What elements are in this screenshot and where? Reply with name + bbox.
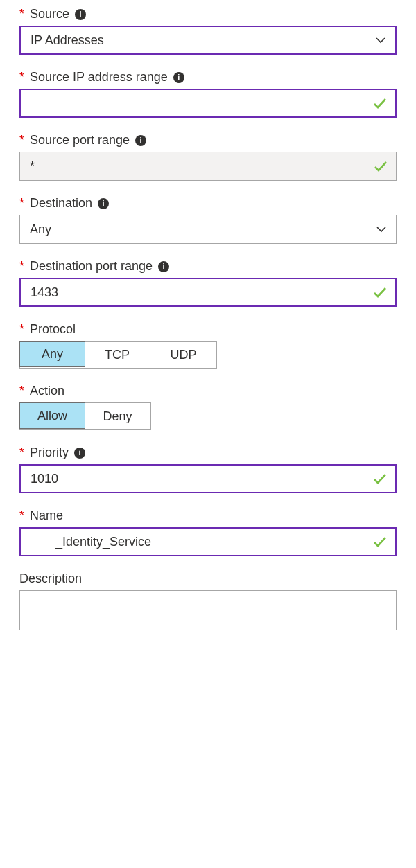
field-action: * Action Allow Deny bbox=[19, 384, 397, 430]
destination-value: Any bbox=[30, 222, 51, 237]
label-name: * Name bbox=[19, 508, 397, 523]
priority-value: 1010 bbox=[31, 472, 58, 486]
source-select[interactable]: IP Addresses bbox=[19, 26, 397, 55]
field-description: Description bbox=[19, 572, 397, 634]
field-destination-port: * Destination port range 1433 bbox=[19, 259, 397, 307]
action-allow-button[interactable]: Allow bbox=[19, 402, 85, 429]
required-star: * bbox=[19, 70, 24, 85]
source-port-value: * bbox=[30, 159, 35, 174]
source-port-input[interactable]: * bbox=[19, 152, 397, 181]
destination-select[interactable]: Any bbox=[19, 215, 397, 244]
info-icon[interactable] bbox=[74, 448, 85, 459]
label-description: Description bbox=[19, 572, 397, 586]
protocol-tcp-button[interactable]: TCP bbox=[85, 342, 150, 368]
action-toggle: Allow Deny bbox=[19, 402, 151, 430]
required-star: * bbox=[19, 384, 24, 398]
source-ip-input[interactable] bbox=[19, 89, 397, 118]
label-text: Destination port range bbox=[30, 259, 153, 274]
required-star: * bbox=[19, 322, 24, 337]
required-star: * bbox=[19, 445, 24, 460]
protocol-toggle: Any TCP UDP bbox=[19, 341, 217, 369]
label-text: Name bbox=[30, 508, 63, 523]
field-protocol: * Protocol Any TCP UDP bbox=[19, 322, 397, 369]
action-deny-button[interactable]: Deny bbox=[85, 403, 150, 429]
field-source-port: * Source port range * bbox=[19, 133, 397, 181]
check-icon bbox=[372, 158, 389, 175]
field-priority: * Priority 1010 bbox=[19, 445, 397, 493]
label-text: Protocol bbox=[30, 322, 76, 337]
protocol-udp-button[interactable]: UDP bbox=[150, 342, 216, 368]
field-source-ip: * Source IP address range bbox=[19, 70, 397, 118]
chevron-down-icon bbox=[375, 223, 388, 236]
info-icon[interactable] bbox=[75, 9, 86, 20]
protocol-any-button[interactable]: Any bbox=[19, 341, 85, 367]
chevron-down-icon bbox=[374, 34, 387, 46]
check-icon bbox=[372, 284, 388, 301]
field-destination: * Destination Any bbox=[19, 196, 397, 244]
destination-port-value: 1433 bbox=[31, 285, 58, 300]
label-text: Action bbox=[30, 384, 64, 398]
name-value: _Identity_Service bbox=[55, 535, 151, 549]
label-text: Destination bbox=[30, 196, 92, 211]
required-star: * bbox=[19, 7, 24, 21]
required-star: * bbox=[19, 196, 24, 211]
required-star: * bbox=[19, 259, 24, 274]
source-value: IP Addresses bbox=[31, 33, 104, 48]
required-star: * bbox=[19, 133, 24, 148]
label-priority: * Priority bbox=[19, 445, 397, 460]
check-icon bbox=[372, 95, 388, 112]
description-input[interactable] bbox=[19, 590, 397, 630]
field-source: * Source IP Addresses bbox=[19, 7, 397, 55]
priority-input[interactable]: 1010 bbox=[19, 464, 397, 493]
info-icon[interactable] bbox=[98, 198, 109, 209]
label-destination: * Destination bbox=[19, 196, 397, 211]
check-icon bbox=[372, 470, 388, 487]
label-text: Source port range bbox=[30, 133, 130, 148]
check-icon bbox=[372, 533, 388, 550]
info-icon[interactable] bbox=[173, 72, 184, 83]
label-source-port: * Source port range bbox=[19, 133, 397, 148]
field-name: * Name _Identity_Service bbox=[19, 508, 397, 556]
destination-port-input[interactable]: 1433 bbox=[19, 278, 397, 307]
label-destination-port: * Destination port range bbox=[19, 259, 397, 274]
name-input[interactable]: _Identity_Service bbox=[19, 527, 397, 556]
label-action: * Action bbox=[19, 384, 397, 398]
info-icon[interactable] bbox=[158, 261, 169, 272]
label-text: Priority bbox=[30, 445, 69, 460]
label-source: * Source bbox=[19, 7, 397, 21]
info-icon[interactable] bbox=[135, 135, 146, 146]
label-source-ip: * Source IP address range bbox=[19, 70, 397, 85]
label-text: Description bbox=[19, 572, 82, 586]
label-text: Source bbox=[30, 7, 69, 21]
label-text: Source IP address range bbox=[30, 70, 168, 85]
required-star: * bbox=[19, 508, 24, 523]
label-protocol: * Protocol bbox=[19, 322, 397, 337]
